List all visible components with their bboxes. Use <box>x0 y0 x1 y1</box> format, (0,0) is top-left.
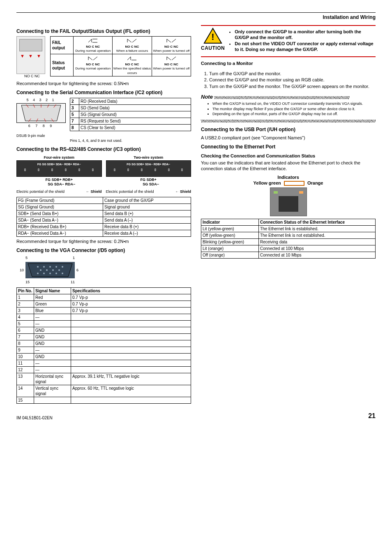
right-column: ! CAUTION Only connect the GX/GP to a mo… <box>201 25 376 404</box>
vga-pin-table: Pin No.Signal NameSpecifications 1Red0.7… <box>16 287 191 404</box>
svg-line-0 <box>88 39 92 42</box>
svg-point-36 <box>46 269 48 271</box>
caution-item-1: Only connect the GX/GP to a monitor afte… <box>235 29 376 41</box>
svg-line-12 <box>93 57 97 60</box>
svg-marker-29 <box>28 264 72 277</box>
fail-output-title: Connecting to the FAIL Output/Status Out… <box>16 28 191 35</box>
dsub-diagram: 5 4 3 2 1 6 7 8 9 DSUB 9-pin male <box>16 98 66 143</box>
svg-point-33 <box>55 266 57 268</box>
svg-point-32 <box>49 266 51 268</box>
svg-line-5 <box>127 39 131 42</box>
note-label: Note <box>201 94 213 100</box>
terminal-diagram: ▼ ▼ ▼ NO C NC <box>16 36 48 79</box>
running-header: Installation and Wiring <box>16 14 376 21</box>
doc-number: IM 04L51B01-02EN <box>16 415 53 421</box>
relay-table: FAIL output NO C NCDuring normal operati… <box>50 36 191 76</box>
svg-point-35 <box>40 269 42 271</box>
svg-point-34 <box>62 266 63 268</box>
page-number: 21 <box>368 412 376 421</box>
vga-diagram: 10 51 1511 6 <box>16 256 191 285</box>
left-column: Connecting to the FAIL Output/Status Out… <box>16 25 191 404</box>
dsub-caption: DSUB 9-pin male <box>16 134 66 139</box>
usb-title: Connecting to the USB Port (/UH option) <box>201 127 376 133</box>
dsub-note: Pins 1, 4, 6, and 9 are not used. <box>70 139 191 143</box>
rs-signal-table: FG (Frame Ground)Case ground of the GX/G… <box>16 197 191 237</box>
torque-note-2: Recommended torque for tightening the sc… <box>16 238 191 244</box>
monitor-step-1: Turn off the GX/GP and the monitor. <box>209 71 376 76</box>
eth-subtitle: Checking the Connection and Communicatio… <box>201 153 376 159</box>
svg-point-31 <box>43 266 45 268</box>
note-item-2: The monitor display may flicker if you p… <box>212 107 376 112</box>
eth-orange-label: Orange <box>307 180 323 185</box>
serial-title: Connecting to the Serial Communication I… <box>16 90 191 96</box>
monitor-step-2: Connect the GX/GP and the monitor using … <box>209 77 376 83</box>
svg-line-11 <box>88 57 92 60</box>
svg-point-43 <box>62 273 63 274</box>
svg-point-40 <box>43 273 45 274</box>
eth-indicator-diagram: Indicators Yellow green Orange <box>201 174 376 217</box>
svg-line-6 <box>132 39 136 42</box>
eth-status-table: IndicatorConnection Status of the Ethern… <box>201 219 376 259</box>
serial-pin-table: 2RD (Received Data) 3SD (Send Data) 5SG … <box>70 98 191 131</box>
ethernet-port-icon <box>270 187 307 216</box>
note-item-3: Depending on the type of monitor, parts … <box>212 112 376 117</box>
svg-line-17 <box>167 57 171 60</box>
eth-yellow-green-label: Yellow green <box>254 180 281 185</box>
svg-line-9 <box>172 39 176 42</box>
vga-title: Connecting to the VGA Connector (/D5 opt… <box>16 247 191 254</box>
monitor-step-3: Turn on the GX/GP and the monitor. The G… <box>209 83 376 89</box>
caution-box: ! CAUTION Only connect the GX/GP to a mo… <box>201 25 376 57</box>
caution-label: CAUTION <box>201 45 225 52</box>
svg-text:!: ! <box>211 32 214 42</box>
note-box: Note When the GX/GP is turned on, the VI… <box>201 94 376 123</box>
svg-line-13 <box>127 57 131 60</box>
svg-point-30 <box>37 266 39 268</box>
svg-line-18 <box>172 57 176 60</box>
caution-item-2: Do not short the VIDEO OUT connector or … <box>235 41 376 53</box>
svg-point-37 <box>52 269 54 271</box>
usb-text: A USB2.0 compliant port (see "Component … <box>201 135 376 141</box>
note-item-1: When the GX/GP is turned on, the VIDEO O… <box>212 102 376 106</box>
svg-point-39 <box>37 273 39 274</box>
svg-marker-19 <box>21 105 61 121</box>
eth-text: You can use the indicators that are loca… <box>201 160 376 172</box>
svg-point-42 <box>55 273 57 274</box>
rs-diagram: Four-wire system FG SG SDB+ SDA− RDB+ RD… <box>16 155 191 194</box>
terminal-labels: NO C NC <box>16 74 48 79</box>
rs422-title: Connecting to the RS-422/485 Connector (… <box>16 146 191 153</box>
svg-line-8 <box>167 39 171 42</box>
eth-title: Connecting to the Ethernet Port <box>201 144 376 150</box>
svg-point-38 <box>58 269 60 271</box>
torque-note-1: Recommended torque for tightening the sc… <box>16 81 191 86</box>
caution-icon: ! <box>203 28 222 44</box>
fail-output-label: FAIL output <box>51 37 74 54</box>
svg-point-41 <box>49 273 51 274</box>
status-output-label: Status output <box>51 54 74 76</box>
monitor-title: Connecting to a Monitor <box>201 60 376 66</box>
indicator-box-icon <box>284 181 304 186</box>
